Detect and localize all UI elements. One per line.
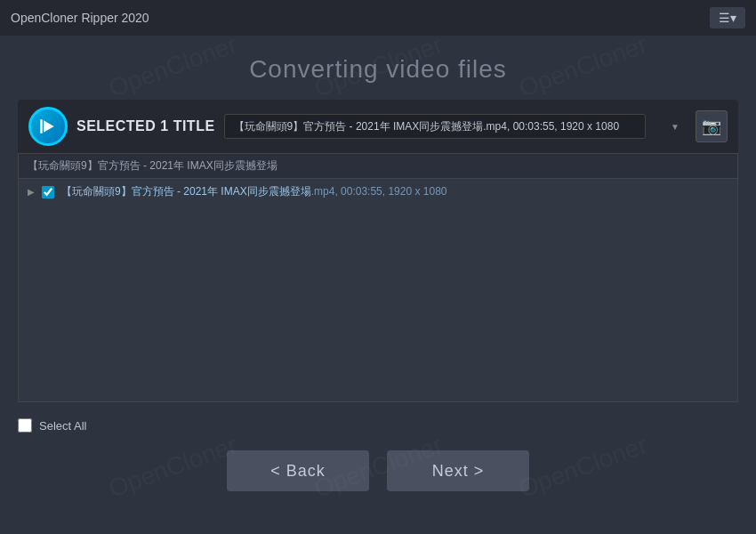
select-all-label[interactable]: Select All xyxy=(39,419,86,433)
svg-marker-0 xyxy=(44,120,54,132)
back-button[interactable]: < Back xyxy=(227,450,369,491)
title-dropdown-wrapper: 【玩命關頭9】官方預告 - 2021年 IMAX同步震撼登場.mp4, 00:0… xyxy=(224,114,687,139)
titlebar: OpenCloner Ripper 2020 ☰▾ xyxy=(0,0,756,36)
camera-button[interactable]: 📷 xyxy=(696,110,728,142)
filename: 【玩命關頭9】官方預告 - 2021年 IMAX同步震撼登場 xyxy=(61,185,311,198)
next-button[interactable]: Next > xyxy=(387,450,529,491)
camera-icon: 📷 xyxy=(702,117,721,136)
file-list-area: 【玩命關頭9】官方預告 - 2021年 IMAX同步震撼登場 ▶ 【玩命關頭9】… xyxy=(18,153,738,402)
expand-arrow-icon[interactable]: ▶ xyxy=(28,187,35,197)
select-all-checkbox[interactable] xyxy=(18,418,32,433)
page-heading: Converting video files xyxy=(18,36,738,100)
play-icon xyxy=(28,107,68,146)
select-all-row: Select All xyxy=(18,411,738,440)
nav-buttons: < Back Next > xyxy=(18,440,738,502)
file-item-checkbox[interactable] xyxy=(42,186,54,198)
main-content: Converting video files SELECTED 1 TITLE … xyxy=(0,36,756,402)
menu-button[interactable]: ☰▾ xyxy=(710,7,745,28)
title-dropdown[interactable]: 【玩命關頭9】官方預告 - 2021年 IMAX同步震撼登場.mp4, 00:0… xyxy=(224,114,646,139)
list-item: ▶ 【玩命關頭9】官方預告 - 2021年 IMAX同步震撼登場.mp4, 00… xyxy=(19,179,737,205)
file-meta: .mp4, 00:03:55, 1920 x 1080 xyxy=(311,185,447,198)
file-item-text: 【玩命關頭9】官方預告 - 2021年 IMAX同步震撼登場.mp4, 00:0… xyxy=(61,184,447,199)
selected-title-label: SELECTED 1 TITLE xyxy=(76,118,215,134)
app-title: OpenCloner Ripper 2020 xyxy=(11,11,149,25)
selected-title-bar: SELECTED 1 TITLE 【玩命關頭9】官方預告 - 2021年 IMA… xyxy=(18,100,738,153)
file-group-header: 【玩命關頭9】官方預告 - 2021年 IMAX同步震撼登場 xyxy=(19,154,737,179)
bottom-area: Select All < Back Next > xyxy=(0,402,756,511)
